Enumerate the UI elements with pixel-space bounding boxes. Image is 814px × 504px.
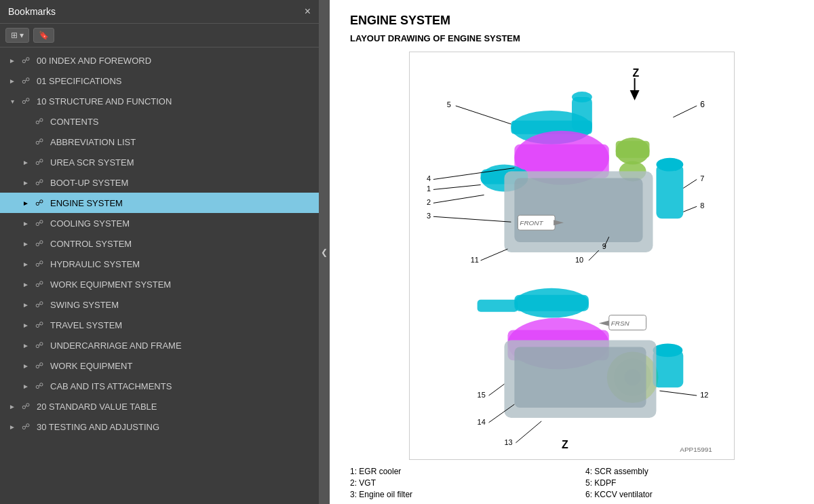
chevron-icon: ►: [7, 403, 18, 410]
bookmark-icon: ☍: [22, 56, 33, 65]
sidebar-item-undercarriage-frame[interactable]: ►☍UNDERCARRIAGE AND FRAME: [0, 335, 319, 355]
svg-text:13: 13: [504, 438, 512, 446]
sidebar-item-idx-foreword[interactable]: ►☍00 INDEX AND FOREWORD: [0, 50, 319, 71]
diagram-svg-container: Z 6: [416, 59, 727, 452]
sidebar-item-label: WORK EQUIPMENT: [50, 361, 313, 371]
svg-text:12: 12: [700, 391, 708, 399]
pdf-page: ENGINE SYSTEM LAYOUT DRAWING OF ENGINE S…: [330, 0, 814, 504]
sidebar-item-label: 00 INDEX AND FOREWORD: [37, 56, 313, 66]
bookmark-icon: ☍: [35, 279, 46, 289]
sidebar-item-testing-adjusting[interactable]: ►☍30 TESTING AND ADJUSTING: [0, 416, 319, 437]
caption-col-left: 1: EGR cooler 2: VGT 3: Engine oil filte…: [350, 467, 558, 501]
svg-text:2: 2: [427, 198, 431, 206]
chevron-icon: ►: [20, 362, 31, 370]
sidebar-item-label: 20 STANDARD VALUE TABLE: [37, 402, 313, 412]
bookmark-icon: ☍: [35, 361, 46, 370]
sidebar-item-travel-system[interactable]: ►☍TRAVEL SYSTEM: [0, 315, 319, 335]
svg-point-20: [656, 158, 683, 172]
svg-point-9: [572, 92, 592, 102]
page-title: ENGINE SYSTEM: [350, 14, 794, 28]
sidebar-item-urea-scr[interactable]: ►☍UREA SCR SYSTEM: [0, 152, 319, 172]
sidebar-title: Bookmarks: [8, 6, 56, 17]
sidebar-item-engine-system[interactable]: ►☍ENGINE SYSTEM: [0, 193, 319, 213]
sidebar-item-control-system[interactable]: ►☍CONTROL SYSTEM: [0, 233, 319, 254]
chevron-icon: ►: [20, 322, 31, 329]
bookmark-icon: ☍: [22, 96, 33, 106]
bookmark-icon: ☍: [35, 381, 46, 391]
sidebar-item-swing-system[interactable]: ►☍SWING SYSTEM: [0, 294, 319, 315]
sidebar-item-work-equipment[interactable]: ►☍WORK EQUIPMENT: [0, 355, 319, 376]
sidebar-item-label: 01 SPECIFICATIONS: [37, 76, 313, 86]
svg-text:Z: Z: [633, 67, 640, 79]
caption-3: 3: Engine oil filter: [350, 490, 558, 499]
chevron-icon: ►: [20, 179, 31, 187]
caption-4: 4: SCR assembly: [585, 467, 794, 476]
sidebar-item-label: SWING SYSTEM: [50, 300, 313, 310]
caption-col-right: 4: SCR assembly 5: KDPF 6: KCCV ventilat…: [585, 467, 794, 501]
sidebar-item-hydraulic-system[interactable]: ►☍HYDRAULIC SYSTEM: [0, 254, 319, 274]
sidebar-item-specifications[interactable]: ►☍01 SPECIFICATIONS: [0, 71, 319, 91]
bookmark-icon: ☍: [22, 402, 33, 411]
sidebar-item-label: ENGINE SYSTEM: [50, 198, 313, 208]
chevron-icon: ►: [20, 342, 31, 349]
sidebar-item-abbreviation[interactable]: ☍ABBREVIATION LIST: [0, 132, 319, 152]
chevron-icon: ►: [7, 57, 18, 64]
sidebar-item-label: CONTENTS: [50, 117, 313, 127]
bookmark-icon: ☍: [35, 320, 46, 330]
bookmark-icon: ☍: [35, 341, 46, 350]
sidebar-item-work-equipment-system[interactable]: ►☍WORK EQUIPMENT SYSTEM: [0, 274, 319, 294]
sidebar-item-contents[interactable]: ☍CONTENTS: [0, 111, 319, 132]
collapse-sidebar-button[interactable]: ❮: [319, 0, 330, 504]
caption-1: 1: EGR cooler: [350, 467, 558, 476]
bookmark-icon: ☍: [35, 117, 46, 126]
svg-text:FRSN: FRSN: [611, 319, 630, 327]
svg-rect-18: [514, 178, 642, 243]
sidebar: Bookmarks × ⊞ ▾ 🔖 ►☍00 INDEX AND FOREWOR…: [0, 0, 319, 504]
sidebar-item-cooling-system[interactable]: ►☍COOLING SYSTEM: [0, 213, 319, 233]
chevron-icon: ►: [20, 199, 31, 207]
sidebar-item-structure-function[interactable]: ▾☍10 STRUCTURE AND FUNCTION: [0, 91, 319, 111]
chevron-icon: ►: [20, 281, 31, 288]
bookmark-icon: ☍: [35, 137, 46, 147]
chevron-icon: ►: [20, 240, 31, 248]
svg-text:14: 14: [478, 418, 486, 426]
svg-point-53: [653, 343, 682, 357]
caption-section: 1: EGR cooler 2: VGT 3: Engine oil filte…: [350, 467, 794, 501]
sidebar-item-standard-value[interactable]: ►☍20 STANDARD VALUE TABLE: [0, 396, 319, 416]
sidebar-item-label: CONTROL SYSTEM: [50, 239, 313, 249]
svg-text:FRONT: FRONT: [520, 219, 543, 227]
svg-rect-45: [514, 295, 589, 311]
sidebar-item-label: HYDRAULIC SYSTEM: [50, 259, 313, 269]
sidebar-toolbar: ⊞ ▾ 🔖: [0, 24, 319, 47]
svg-rect-55: [514, 347, 646, 408]
svg-text:7: 7: [700, 174, 704, 182]
chevron-icon: ▾: [7, 98, 18, 105]
chevron-icon: ►: [20, 159, 31, 166]
sidebar-item-label: WORK EQUIPMENT SYSTEM: [50, 279, 313, 290]
svg-rect-19: [656, 165, 683, 219]
svg-rect-13: [616, 141, 650, 158]
sidebar-item-label: TRAVEL SYSTEM: [50, 320, 313, 330]
svg-text:APP15991: APP15991: [680, 446, 712, 452]
engine-diagram: Z 6: [409, 52, 735, 460]
sidebar-close-button[interactable]: ×: [305, 5, 311, 18]
bookmark-icon: ☍: [35, 239, 46, 248]
engine-svg: Z 6: [416, 59, 727, 452]
expand-button[interactable]: ⊞ ▾: [5, 28, 29, 43]
bookmark-button[interactable]: 🔖: [33, 28, 54, 43]
expand-dropdown-icon: ▾: [20, 31, 24, 40]
bookmark-icon: ☍: [35, 198, 46, 208]
sidebar-item-boot-up[interactable]: ►☍BOOT-UP SYSTEM: [0, 172, 319, 193]
sidebar-item-label: UNDERCARRIAGE AND FRAME: [50, 341, 313, 351]
sidebar-item-label: UREA SCR SYSTEM: [50, 157, 313, 168]
svg-text:15: 15: [478, 391, 486, 399]
svg-text:3: 3: [427, 212, 431, 220]
sidebar-item-cab-attachments[interactable]: ►☍CAB AND ITS ATTACHMENTS: [0, 376, 319, 396]
svg-text:5: 5: [447, 100, 451, 109]
chevron-icon: ►: [7, 77, 18, 85]
caption-2: 2: VGT: [350, 478, 558, 488]
caption-6: 6: KCCV ventilator: [585, 490, 794, 499]
bookmark-icon: ☍: [22, 422, 33, 431]
svg-text:6: 6: [700, 100, 705, 109]
chevron-icon: ►: [20, 220, 31, 227]
